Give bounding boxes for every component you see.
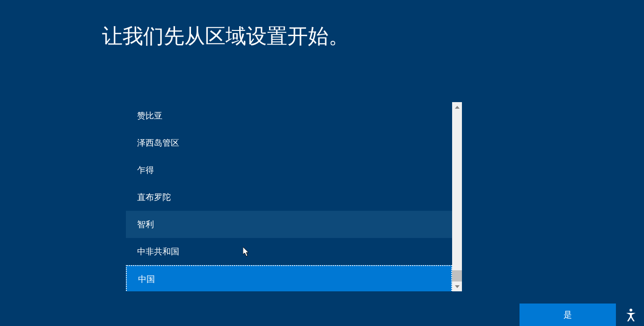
scroll-down-icon[interactable] [452,282,462,291]
region-item-label: 智利 [137,219,154,230]
confirm-button-label: 是 [564,309,572,320]
region-item-label: 直布罗陀 [137,192,171,203]
region-item-label: 泽西岛管区 [137,137,179,148]
region-item-label: 乍得 [137,164,154,176]
region-item-label: 赞比亚 [137,110,162,121]
page-heading: 让我们先从区域设置开始。 [102,22,349,50]
region-item-chile[interactable]: 智利 [126,211,452,238]
confirm-button[interactable]: 是 [520,304,616,326]
region-item-car[interactable]: 中非共和国 [126,238,452,265]
region-item-jersey[interactable]: 泽西岛管区 [126,129,452,156]
region-item-china[interactable]: 中国 [126,265,452,291]
scrollbar[interactable] [452,102,462,291]
accessibility-icon[interactable] [623,307,638,322]
scroll-thumb[interactable] [452,270,462,282]
region-item-label: 中非共和国 [137,246,179,257]
region-item-gibraltar[interactable]: 直布罗陀 [126,184,452,211]
svg-point-0 [629,309,632,311]
scroll-up-icon[interactable] [452,102,462,112]
region-item-chad[interactable]: 乍得 [126,156,452,184]
region-item-zambia[interactable]: 赞比亚 [126,102,452,129]
region-list[interactable]: 赞比亚 泽西岛管区 乍得 直布罗陀 智利 中非共和国 中国 [126,102,452,291]
region-list-container: 赞比亚 泽西岛管区 乍得 直布罗陀 智利 中非共和国 中国 [126,102,462,291]
scroll-track[interactable] [452,112,462,282]
region-item-label: 中国 [138,274,155,285]
